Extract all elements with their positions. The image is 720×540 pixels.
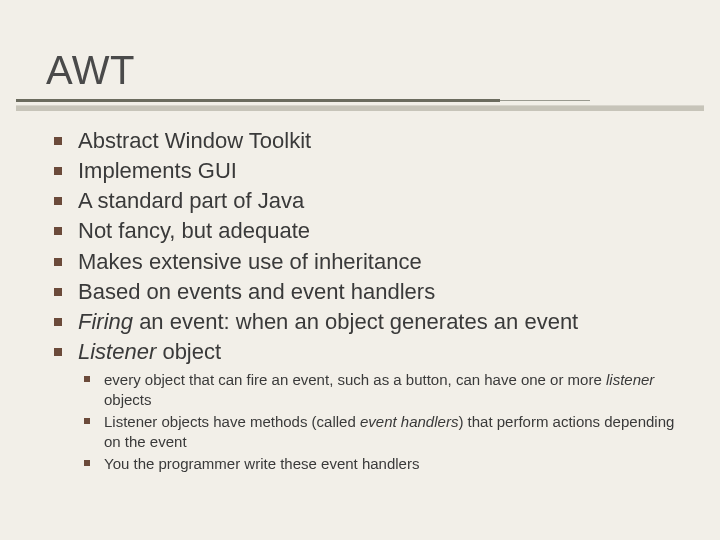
sub-bullet-italic: listener bbox=[606, 371, 654, 388]
bullet-text: an event: when an object generates an ev… bbox=[133, 309, 578, 334]
list-item: You the programmer write these event han… bbox=[78, 454, 680, 474]
list-item: Firing an event: when an object generate… bbox=[48, 308, 680, 336]
sub-bullet-list: every object that can fire an event, suc… bbox=[78, 370, 680, 474]
list-item: every object that can fire an event, suc… bbox=[78, 370, 680, 409]
sub-bullet-text: You the programmer write these event han… bbox=[104, 455, 419, 472]
slide: AWT Abstract Window Toolkit Implements G… bbox=[0, 0, 720, 540]
title-rule-shadow bbox=[16, 105, 704, 111]
sub-bullet-italic: event handlers bbox=[360, 413, 458, 430]
bullet-text: Makes extensive use of inheritance bbox=[78, 249, 422, 274]
title-block: AWT bbox=[0, 0, 720, 111]
sub-bullet-text: Listener objects have methods (called bbox=[104, 413, 360, 430]
bullet-text: Not fancy, but adequate bbox=[78, 218, 310, 243]
list-item: Not fancy, but adequate bbox=[48, 217, 680, 245]
title-rule bbox=[0, 99, 720, 103]
bullet-list: Abstract Window Toolkit Implements GUI A… bbox=[48, 127, 680, 474]
bullet-text: Based on events and event handlers bbox=[78, 279, 435, 304]
sub-bullet-text: objects bbox=[104, 391, 152, 408]
slide-title: AWT bbox=[46, 48, 720, 93]
list-item: A standard part of Java bbox=[48, 187, 680, 215]
bullet-text: Implements GUI bbox=[78, 158, 237, 183]
list-item: Listener object every object that can fi… bbox=[48, 338, 680, 474]
list-item: Makes extensive use of inheritance bbox=[48, 248, 680, 276]
bullet-text: A standard part of Java bbox=[78, 188, 304, 213]
bullet-italic: Listener bbox=[78, 339, 156, 364]
content-area: Abstract Window Toolkit Implements GUI A… bbox=[48, 127, 680, 474]
list-item: Based on events and event handlers bbox=[48, 278, 680, 306]
list-item: Listener objects have methods (called ev… bbox=[78, 412, 680, 451]
sub-bullet-text: every object that can fire an event, suc… bbox=[104, 371, 606, 388]
list-item: Abstract Window Toolkit bbox=[48, 127, 680, 155]
list-item: Implements GUI bbox=[48, 157, 680, 185]
bullet-italic: Firing bbox=[78, 309, 133, 334]
bullet-text: Abstract Window Toolkit bbox=[78, 128, 311, 153]
bullet-text: object bbox=[156, 339, 221, 364]
